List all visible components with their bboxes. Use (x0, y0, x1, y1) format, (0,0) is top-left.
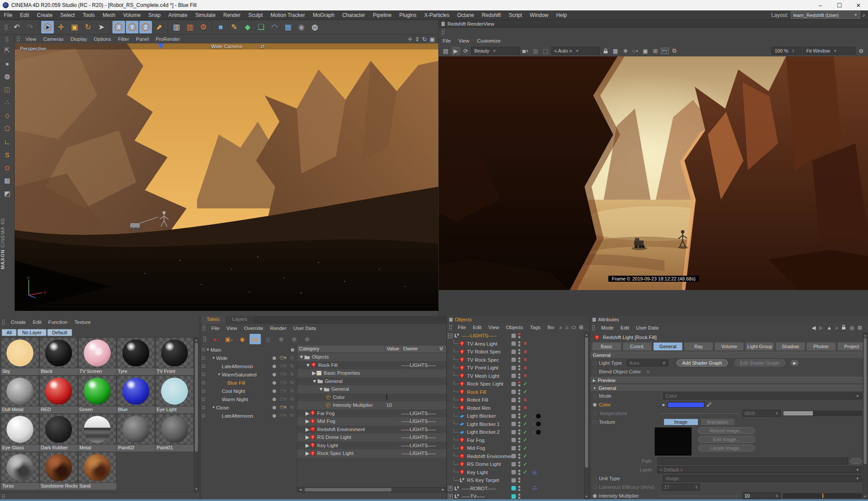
enabled-check-icon[interactable]: ✓ (523, 453, 528, 459)
menu-edit[interactable]: Edit (16, 10, 33, 20)
attribute-tab-photon[interactable]: Photon (806, 342, 836, 351)
category-row-redshift-environment[interactable]: ▶ Redshift Environment-----LIGHTS----- (297, 425, 446, 434)
menu-character[interactable]: Character (339, 10, 369, 20)
visibility-dots[interactable] (518, 341, 520, 346)
take-rendersettings-icon[interactable]: ↻ (290, 396, 294, 402)
menu-octane[interactable]: Octane (453, 10, 478, 20)
tree-expander-icon[interactable]: − (448, 333, 453, 338)
undo-button[interactable]: ↶ (10, 21, 23, 33)
attribute-tab-shadow[interactable]: Shadow (776, 342, 805, 351)
layer-color-box[interactable] (511, 446, 516, 451)
material-item[interactable]: TV Screen (78, 337, 116, 375)
renderview-canvas[interactable]: Frame 0: 2019-09-23 18:12:22 (48.68s) (439, 56, 868, 316)
material-item[interactable]: Blue (117, 376, 155, 413)
visibility-dots[interactable] (518, 413, 520, 419)
menu-mesh[interactable]: Mesh (99, 10, 119, 20)
menu-script[interactable]: Script (505, 10, 526, 20)
render-settings-button[interactable]: ⚙ (197, 21, 210, 33)
category-row-rock-spec-light[interactable]: ▶ Rock Spec Light-----LIGHTS----- (297, 449, 446, 458)
menu-tools[interactable]: Tools (79, 10, 99, 20)
enabled-check-icon[interactable]: ✓ (523, 437, 528, 443)
rotate-tool-button[interactable]: ↻ (82, 21, 94, 33)
unit-type-dropdown[interactable]: Image▼ (663, 475, 862, 482)
workplane-mode-button[interactable]: ◫ (1, 83, 13, 96)
expander-icon[interactable]: ▶ (306, 426, 309, 432)
render-to-picture-viewer-button[interactable]: ▥ (184, 21, 196, 33)
object-row-robot-rim[interactable]: Robot Rim✕ (447, 404, 584, 412)
menu-snap[interactable]: Snap (145, 10, 164, 20)
take-rendersettings-icon[interactable]: ↻ (290, 372, 294, 377)
expander-icon[interactable]: ▼ (212, 405, 216, 409)
renderview-menu-view[interactable]: View (455, 38, 473, 43)
texture-mode-button[interactable]: ◍ (1, 70, 13, 82)
tree-expander-icon[interactable]: + (448, 486, 453, 491)
menu-window[interactable]: Window (526, 10, 552, 20)
search-icon[interactable]: ⌕ (862, 12, 865, 19)
visibility-dots[interactable] (518, 478, 520, 483)
enabled-cross-icon[interactable]: ✕ (523, 373, 528, 379)
object-row-tv-mesh-light[interactable]: TV Mesh Light✕ (447, 372, 584, 380)
menu-motion-tracker[interactable]: Motion Tracker (266, 10, 309, 20)
column-header-owner[interactable]: Owner (401, 346, 438, 353)
expander-icon[interactable]: ▼ (217, 372, 222, 376)
enabled-check-icon[interactable]: ✓ (523, 461, 528, 467)
enabled-check-icon[interactable]: ✓ (523, 445, 528, 451)
take-camera-icon[interactable] (280, 372, 286, 377)
visibility-dots[interactable] (518, 381, 520, 386)
render-marked-takes-button[interactable]: ▥ (263, 334, 274, 344)
primitive-cube-button[interactable]: ■ (214, 21, 227, 33)
visibility-dots[interactable] (518, 357, 520, 363)
materials-menu-function[interactable]: Function (45, 320, 71, 325)
take-dot-icon[interactable] (273, 389, 276, 393)
take-rendersettings-icon[interactable]: ↻ (290, 363, 294, 369)
scale-tool-button[interactable]: ▣ (68, 21, 81, 33)
enabled-check-icon[interactable]: ✓ (523, 413, 528, 419)
material-item[interactable]: Dark Rubber (39, 414, 78, 452)
layer-color-box[interactable] (511, 349, 516, 354)
points-mode-button[interactable]: ∴ (1, 96, 13, 109)
locate-image-button[interactable]: Locate Image... (698, 445, 755, 452)
layer-color-box[interactable] (511, 341, 516, 346)
objects-menu-view[interactable]: View (485, 325, 503, 330)
new-frame-icon[interactable]: ⊞ (858, 325, 862, 331)
takes-toolbar-grip[interactable] (203, 336, 207, 342)
material-item[interactable]: Sand (78, 452, 116, 490)
material-tag-icon[interactable] (536, 430, 541, 435)
visibility-dots[interactable] (518, 494, 520, 499)
workplane-lock-button[interactable]: ▦ (1, 175, 13, 187)
snap-magnet-button[interactable]: Ω (1, 162, 13, 174)
menu-redshift[interactable]: Redshift (478, 10, 505, 20)
material-item[interactable]: RED (39, 376, 78, 413)
visibility-dots[interactable] (518, 397, 520, 402)
renderview-grip[interactable] (441, 29, 445, 35)
category-row-general[interactable]: ▼ General (297, 385, 446, 393)
materials-tab-no-layer[interactable]: No Layer (17, 329, 46, 336)
object-row-redshift-environment[interactable]: Redshift Environment✓ (447, 452, 584, 461)
material-item[interactable]: Tyre (117, 337, 155, 375)
object-row-light-blocker-1[interactable]: Light Blocker.1✓∴ (447, 420, 584, 428)
current-take-button[interactable]: ●● (250, 334, 261, 344)
objects-menu-tags[interactable]: Tags (526, 325, 544, 330)
enabled-cross-icon[interactable]: ✕ (523, 365, 528, 371)
edit-shader-graph-button[interactable]: Edit Shader Graph (734, 359, 785, 366)
edit-image-button[interactable]: Edit Image... (698, 436, 755, 443)
up-level-icon[interactable]: ▲ (827, 325, 832, 331)
attributes-menu-edit[interactable]: Edit (617, 325, 633, 330)
visibility-dots[interactable] (518, 486, 520, 491)
viewport-menu-options[interactable]: Options (90, 36, 115, 42)
renderview-menu-customize[interactable]: Customize (473, 38, 504, 43)
value-cell[interactable] (385, 395, 401, 400)
object-row-tv[interactable]: +L0-----TV----- (447, 492, 584, 499)
layer-color-box[interactable] (511, 454, 516, 458)
material-item[interactable]: Metal (78, 414, 116, 452)
take-dot-icon[interactable] (273, 398, 276, 401)
category-row-rock-fill[interactable]: ▼ Rock Fill-----LIGHTS----- (297, 361, 446, 369)
takes-hscrollbar[interactable]: ◀ ▶ (297, 487, 446, 492)
take-item-warmsaturated[interactable]: ⊡▼WarmSaturated↻ (201, 370, 297, 379)
layer-color-box[interactable] (511, 414, 516, 419)
lock-y-axis-button[interactable]: Y (126, 21, 138, 33)
gear-icon[interactable]: ⚙ (857, 46, 865, 55)
visibility-dots[interactable] (518, 349, 520, 354)
attribute-tab-ray[interactable]: Ray (684, 342, 713, 351)
tree-expander-icon[interactable]: + (448, 494, 453, 499)
